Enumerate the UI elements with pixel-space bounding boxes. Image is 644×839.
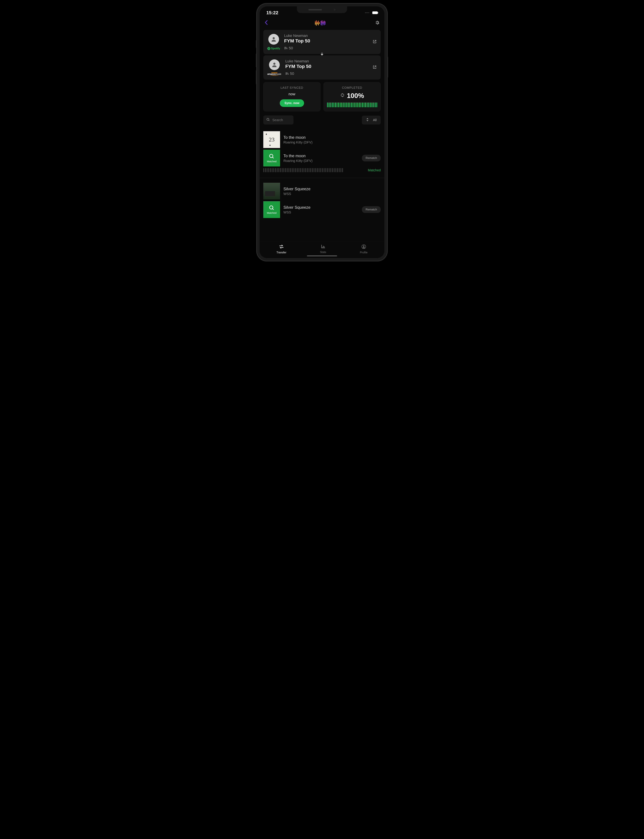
avatar [269, 59, 280, 70]
sync-now-button[interactable]: Sync. now [280, 99, 304, 107]
svg-point-0 [273, 37, 275, 39]
last-synced-label: LAST SYNCED [267, 86, 317, 90]
avatar [268, 34, 279, 44]
battery-icon [372, 12, 378, 14]
tab-profile[interactable]: Profile [360, 245, 368, 254]
nav-bar [260, 17, 384, 30]
search-input[interactable] [272, 118, 291, 122]
amazon-music-badge: amazonmusic [267, 72, 281, 76]
svg-point-4 [267, 118, 269, 120]
matched-track-artist: WSS [283, 211, 358, 214]
svg-point-5 [269, 154, 273, 158]
playlist-owner: Luke Newman [284, 34, 369, 38]
search-icon [266, 118, 270, 122]
track-artwork: 23 [263, 131, 280, 148]
transfer-icon [279, 245, 284, 250]
playlist-name: FYM Top 50 [284, 38, 369, 44]
track-count: 50 [284, 46, 369, 50]
completed-label: COMPLETED [327, 86, 377, 90]
search-field[interactable] [263, 115, 294, 125]
last-synced-card: LAST SYNCED now Sync. now [263, 82, 320, 112]
settings-button[interactable] [375, 20, 380, 26]
filter-label: All [373, 118, 377, 122]
source-playlist-card: Spotify Luke Newman FYM Top 50 50 [263, 30, 381, 54]
track-title: To the moon [283, 135, 381, 140]
back-button[interactable] [264, 20, 268, 26]
spotify-icon [267, 47, 270, 50]
clock: 15:22 [266, 10, 278, 15]
sort-icon [366, 118, 369, 122]
rematch-button[interactable]: Rematch [362, 206, 381, 213]
track-row: 23 To the moon Roaring Kitty (DFV) Match… [263, 130, 381, 177]
completed-value: 100% [347, 92, 364, 99]
matched-track-artist: Roaring Kitty (DFV) [283, 159, 358, 163]
arrow-down-icon [263, 53, 381, 57]
cellular-dots-icon: •••• [365, 12, 370, 14]
track-artist: Roaring Kitty (DFV) [283, 140, 381, 144]
tab-stats[interactable]: Stats [320, 245, 326, 254]
progress-bar [327, 102, 377, 107]
matched-badge: Matched [263, 201, 280, 218]
svg-point-6 [269, 206, 273, 209]
tab-transfer[interactable]: Transfer [276, 245, 286, 254]
track-artwork [263, 183, 280, 199]
matched-badge: Matched [263, 150, 280, 166]
track-title: Silver Squeeze [283, 187, 381, 191]
completed-card: COMPLETED 100% [324, 82, 381, 112]
match-status: Matched [368, 168, 381, 172]
svg-point-2 [273, 63, 275, 65]
last-synced-value: now [267, 92, 317, 96]
status-icons: •••• [365, 10, 378, 15]
playlist-name: FYM Top 50 [285, 64, 369, 69]
svg-point-8 [363, 245, 365, 247]
playlist-owner: Luke Newman [285, 59, 369, 63]
track-progress-ticks [263, 168, 365, 172]
tab-bar: Transfer Stats Profile [260, 242, 384, 258]
stats-icon [321, 245, 325, 250]
matched-track-title: To the moon [283, 153, 358, 158]
profile-icon [361, 245, 366, 250]
refresh-icon [340, 93, 345, 99]
filter-button[interactable]: All [362, 116, 381, 125]
open-external-button[interactable] [373, 65, 377, 70]
track-row: Silver Squeeze WSS Matched Silver Squeez… [263, 181, 381, 221]
open-external-button[interactable] [373, 39, 377, 44]
matched-track-title: Silver Squeeze [283, 205, 358, 210]
track-count: 50 [285, 71, 369, 76]
app-logo [315, 20, 328, 26]
track-artist: WSS [283, 192, 381, 196]
home-indicator[interactable] [307, 255, 337, 257]
spotify-badge: Spotify [267, 47, 280, 50]
destination-playlist-card: amazonmusic Luke Newman FYM Top 50 50 [263, 55, 381, 79]
rematch-button[interactable]: Rematch [362, 155, 381, 161]
